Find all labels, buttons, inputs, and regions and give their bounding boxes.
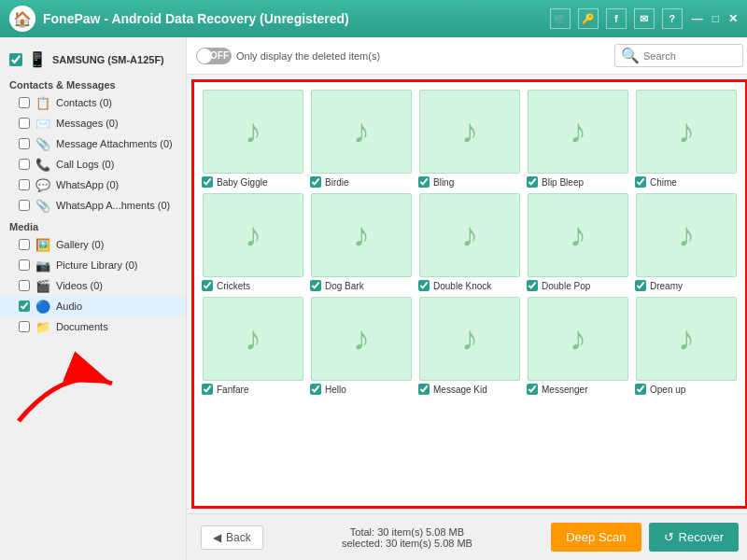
phone-icon: 📱	[28, 50, 47, 68]
back-label: Back	[226, 531, 251, 544]
msg-attach-checkbox[interactable]	[19, 138, 30, 149]
item-label-row: Open up	[635, 384, 738, 395]
whatsapp-checkbox[interactable]	[19, 179, 30, 190]
item-label-row: Double Knock	[418, 280, 521, 291]
audio-icon: 🔵	[35, 299, 50, 314]
audio-checkbox[interactable]	[19, 301, 30, 312]
sidebar-item-contacts[interactable]: 📋 Contacts (0)	[0, 92, 186, 113]
status-text: Total: 30 item(s) 5.08 MB selected: 30 i…	[342, 526, 472, 549]
sidebar-item-documents[interactable]: 📁 Documents	[0, 316, 186, 337]
item-label-row: Chime	[635, 176, 738, 188]
cart-icon[interactable]: 🛒	[550, 8, 571, 29]
list-item: ♪ Crickets	[202, 193, 304, 291]
item-checkbox[interactable]	[202, 384, 213, 395]
music-thumbnail: ♪	[203, 297, 303, 381]
sidebar-item-whatsapp-attachments[interactable]: 📎 WhatsApp A...hments (0)	[0, 195, 186, 216]
item-checkbox[interactable]	[527, 280, 538, 291]
sidebar-item-message-attachments[interactable]: 📎 Message Attachments (0)	[0, 133, 186, 154]
toggle-bg[interactable]: OFF	[196, 48, 232, 64]
item-checkbox[interactable]	[418, 384, 430, 395]
music-note-icon: ♪	[353, 112, 370, 151]
music-note-icon: ♪	[678, 319, 695, 358]
call-logs-checkbox[interactable]	[19, 159, 30, 170]
item-checkbox[interactable]	[418, 176, 430, 188]
key-icon[interactable]: 🔑	[578, 8, 599, 29]
picture-library-label: Picture Library (0)	[56, 259, 137, 271]
gallery-checkbox[interactable]	[19, 239, 30, 250]
music-thumbnail: ♪	[311, 297, 412, 381]
item-label: Open up	[650, 385, 685, 395]
item-label: Messenger	[542, 385, 587, 395]
item-checkbox[interactable]	[527, 384, 538, 395]
sidebar-item-messages[interactable]: ✉️ Messages (0)	[0, 113, 186, 133]
deep-scan-button[interactable]: Deep Scan	[551, 523, 641, 552]
item-label-row: Blip Bleep	[527, 176, 629, 188]
item-label: Chime	[650, 177, 677, 188]
search-input[interactable]	[643, 50, 737, 62]
titlebar: 🏠 FonePaw - Android Data Recovery (Unreg…	[0, 0, 747, 37]
music-note-icon: ♪	[678, 112, 695, 151]
whatsapp-attach-label: WhatsApp A...hments (0)	[56, 200, 170, 211]
documents-label: Documents	[56, 321, 108, 332]
item-label-row: Birdie	[310, 176, 413, 188]
item-label-row: Baby Giggle	[202, 176, 304, 188]
picture-library-checkbox[interactable]	[19, 259, 30, 271]
music-note-icon: ♪	[353, 216, 370, 255]
music-thumbnail: ♪	[419, 193, 520, 277]
sidebar-item-audio[interactable]: 🔵 Audio	[0, 296, 186, 316]
item-checkbox[interactable]	[310, 176, 321, 188]
item-checkbox[interactable]	[635, 176, 646, 188]
music-thumbnail: ♪	[636, 90, 737, 174]
home-icon[interactable]: 🏠	[9, 6, 35, 32]
maximize-button[interactable]: □	[712, 12, 719, 25]
close-button[interactable]: ✕	[728, 12, 738, 25]
main-content: 📱 SAMSUNG (SM-A125F) Contacts & Messages…	[0, 37, 747, 560]
item-label-row: Fanfare	[202, 384, 304, 395]
sidebar-item-gallery[interactable]: 🖼️ Gallery (0)	[0, 234, 186, 255]
sidebar-item-whatsapp[interactable]: 💬 WhatsApp (0)	[0, 175, 186, 195]
sidebar-item-picture-library[interactable]: 📷 Picture Library (0)	[0, 255, 186, 275]
call-logs-icon: 📞	[35, 157, 50, 172]
music-thumbnail: ♪	[419, 297, 520, 381]
item-checkbox[interactable]	[202, 176, 213, 188]
toggle-switch[interactable]: OFF Only display the deleted item(s)	[196, 48, 380, 64]
messages-checkbox[interactable]	[19, 118, 30, 129]
item-label-row: Crickets	[202, 280, 304, 291]
recover-icon: ↺	[664, 530, 674, 544]
grid-row-3: ♪ Fanfare ♪ Hello ♪	[202, 297, 738, 395]
whatsapp-attach-checkbox[interactable]	[19, 200, 30, 211]
grid-row-1: ♪ Baby Giggle ♪ Birdie ♪	[202, 90, 738, 188]
device-checkbox[interactable]	[9, 53, 22, 66]
facebook-icon[interactable]: f	[606, 8, 627, 29]
item-checkbox[interactable]	[310, 384, 321, 395]
documents-checkbox[interactable]	[19, 321, 30, 332]
item-label: Dreamy	[650, 281, 683, 291]
sidebar-item-call-logs[interactable]: 📞 Call Logs (0)	[0, 154, 186, 175]
music-note-icon: ♪	[461, 319, 478, 358]
twitter-icon[interactable]: ✉	[634, 8, 655, 29]
item-label: Dog Bark	[325, 281, 364, 291]
list-item: ♪ Messenger	[527, 297, 629, 395]
item-checkbox[interactable]	[310, 280, 321, 291]
videos-checkbox[interactable]	[19, 280, 30, 291]
info-icon[interactable]: ？	[662, 8, 683, 29]
minimize-button[interactable]: —	[692, 12, 703, 25]
contacts-icon: 📋	[35, 95, 50, 110]
item-checkbox[interactable]	[635, 280, 646, 291]
list-item: ♪ Baby Giggle	[202, 90, 304, 188]
action-buttons: Deep Scan ↺ ↺ Recover Recover	[551, 523, 739, 552]
recover-button[interactable]: ↺ ↺ Recover Recover	[649, 523, 739, 552]
sidebar-item-videos[interactable]: 🎬 Videos (0)	[0, 275, 186, 296]
search-box[interactable]: 🔍	[614, 44, 743, 67]
music-note-icon: ♪	[245, 112, 261, 151]
item-checkbox[interactable]	[202, 280, 213, 291]
item-label-row: Message Kid	[418, 384, 521, 395]
item-checkbox[interactable]	[635, 384, 646, 395]
music-thumbnail: ♪	[528, 90, 628, 174]
item-checkbox[interactable]	[418, 280, 430, 291]
item-checkbox[interactable]	[527, 176, 538, 188]
contacts-checkbox[interactable]	[19, 97, 30, 108]
arrow-svg	[9, 346, 131, 430]
back-button[interactable]: ◀ Back	[201, 525, 263, 550]
search-icon: 🔍	[621, 47, 640, 64]
